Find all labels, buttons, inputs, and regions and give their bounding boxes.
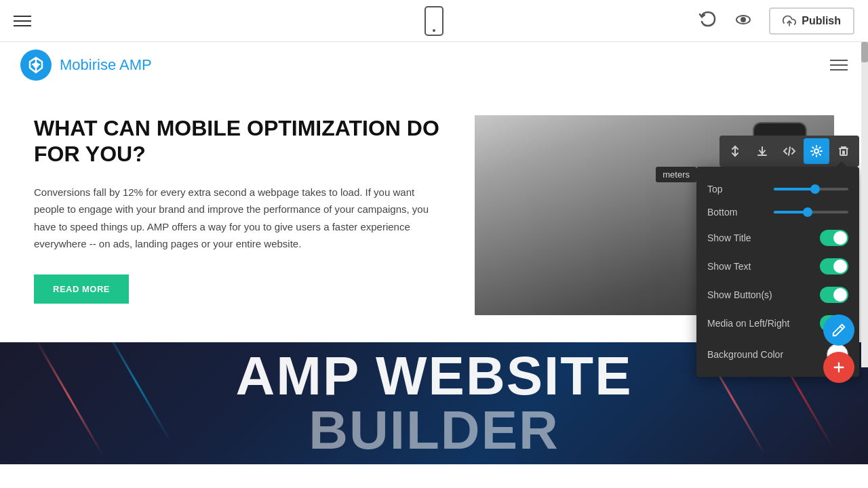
logo-icon <box>20 49 52 81</box>
toolbar-left <box>14 16 31 26</box>
top-label: Top <box>707 184 723 195</box>
show-title-label: Show Title <box>707 232 751 243</box>
add-float-button[interactable] <box>823 352 854 383</box>
svg-point-3 <box>33 62 39 68</box>
logo-text: Mobirise AMP <box>60 56 152 74</box>
preview-icon[interactable] <box>734 10 753 32</box>
settings-panel: Top Bottom Show Title Show Text <box>696 167 859 377</box>
content-left: WHAT CAN MOBILE OPTIMIZATION DO FOR YOU?… <box>34 115 448 304</box>
svg-line-6 <box>789 147 790 155</box>
bg-color-label: Background Color <box>707 349 783 360</box>
bottom-line1: AMP WEBSITE <box>235 349 632 403</box>
site-header: Mobirise AMP <box>0 42 868 88</box>
undo-icon[interactable] <box>698 10 717 32</box>
code-button[interactable] <box>776 138 802 164</box>
bottom-slider[interactable] <box>774 211 848 214</box>
top-setting-row: Top <box>696 178 859 201</box>
toolbar-right: Publish <box>698 7 854 35</box>
show-text-label: Show Text <box>707 261 751 272</box>
site-logo: Mobirise AMP <box>20 49 152 81</box>
nav-hamburger-icon[interactable] <box>830 60 848 70</box>
show-buttons-row: Show Button(s) <box>696 281 859 309</box>
mobile-preview-button[interactable] <box>425 6 443 36</box>
show-text-toggle[interactable] <box>820 258 848 274</box>
media-label: Media on Left/Right <box>707 318 789 329</box>
svg-point-1 <box>741 18 745 22</box>
bottom-label: Bottom <box>707 207 737 218</box>
content-body: Conversions fall by 12% for every extra … <box>34 184 448 253</box>
publish-button[interactable]: Publish <box>769 7 854 35</box>
delete-button[interactable] <box>831 138 856 164</box>
scrollbar-thumb[interactable] <box>861 42 868 62</box>
params-label: meters <box>656 167 696 182</box>
edit-float-button[interactable] <box>823 314 854 346</box>
show-buttons-toggle[interactable] <box>820 287 848 303</box>
sort-button[interactable] <box>722 138 748 164</box>
toolbar-center <box>425 6 443 36</box>
svg-point-7 <box>814 149 818 153</box>
bottom-setting-row: Bottom <box>696 201 859 224</box>
show-title-toggle[interactable] <box>820 230 848 246</box>
svg-line-11 <box>840 327 843 329</box>
bottom-line2: BUILDER <box>235 403 632 458</box>
show-buttons-label: Show Button(s) <box>707 289 772 300</box>
download-button[interactable] <box>749 138 775 164</box>
settings-button[interactable] <box>804 138 829 164</box>
hamburger-menu-icon[interactable] <box>14 16 31 26</box>
top-slider[interactable] <box>774 188 848 190</box>
scrollbar-track[interactable] <box>861 42 868 367</box>
bottom-content: AMP WEBSITE BUILDER <box>235 349 632 458</box>
show-title-row: Show Title <box>696 224 859 252</box>
read-more-button[interactable]: READ MORE <box>34 274 129 304</box>
main-area: Mobirise AMP WHAT CAN MOBILE OPTIMIZATIO… <box>0 42 868 488</box>
show-text-row: Show Text <box>696 252 859 281</box>
top-toolbar: Publish <box>0 0 868 42</box>
content-heading: WHAT CAN MOBILE OPTIMIZATION DO FOR YOU? <box>34 115 448 167</box>
